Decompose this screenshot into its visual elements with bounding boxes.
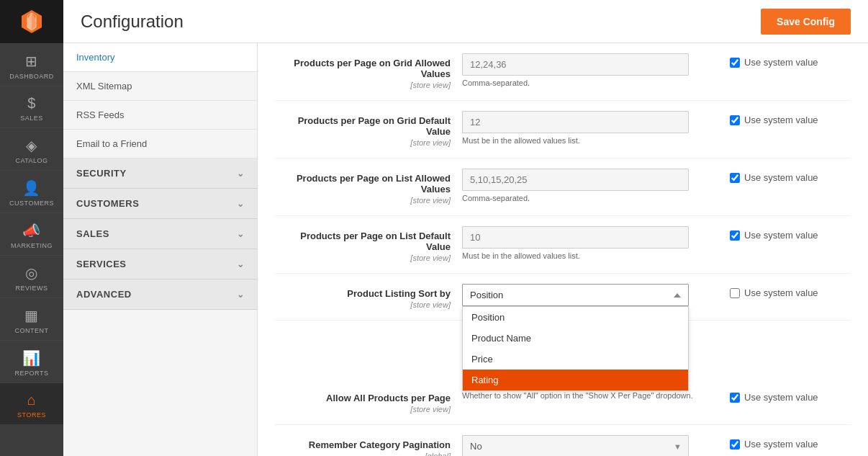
dropdown-option-position[interactable]: Position: [463, 307, 688, 328]
list-default-input[interactable]: [462, 226, 689, 249]
use-system-checkbox[interactable]: [730, 231, 740, 241]
config-use-system: Use system value: [721, 284, 851, 298]
content-icon: ▦: [24, 307, 39, 324]
sidebar-section-advanced[interactable]: ADVANCED ⌄: [63, 280, 257, 310]
sort-by-current-value: Position: [470, 290, 503, 300]
reviews-icon: ◎: [25, 264, 38, 282]
sort-by-dropdown-list: Position Product Name Price Rating: [462, 306, 689, 391]
config-field-list-allowed: Comma-separated.: [462, 169, 721, 202]
use-system-checkbox[interactable]: [730, 58, 740, 68]
sidebar-item-catalog[interactable]: ◈ CATALOG: [0, 128, 63, 170]
sidebar-item-reviews[interactable]: ◎ REVIEWS: [0, 255, 63, 298]
config-use-system: Use system value: [721, 226, 851, 241]
sidebar-item-label: STORES: [17, 411, 46, 419]
config-label: Allow All Products per Page [store view]: [275, 388, 462, 414]
config-form: Products per Page on Grid Allowed Values…: [258, 43, 868, 456]
dropdown-option-price[interactable]: Price: [463, 349, 688, 370]
use-system-label: Use system value: [730, 287, 818, 298]
stores-icon: ⌂: [27, 392, 37, 408]
chevron-down-icon: ⌄: [237, 290, 245, 300]
sidebar-item-label: REPORTS: [15, 370, 49, 377]
page-title: Configuration: [81, 12, 184, 32]
sidebar-menu-xml-sitemap[interactable]: XML Sitemap: [63, 72, 257, 101]
sidebar-section-sales[interactable]: SALES ⌄: [63, 219, 257, 249]
left-navigation: ⊞ DASHBOARD $ SALES ◈ CATALOG 👤 CUSTOMER…: [0, 0, 63, 456]
catalog-icon: ◈: [26, 137, 37, 154]
config-row-list-default: Products per Page on List Default Value …: [275, 216, 851, 274]
config-label: Remember Category Pagination [global]: [275, 435, 462, 456]
config-field-list-default: Must be in the allowed values list.: [462, 226, 721, 260]
use-system-label: Use system value: [730, 172, 818, 183]
hint-text: Must be in the allowed values list.: [462, 136, 721, 145]
config-field-sort-by: Position Position Product Name Price Rat…: [462, 284, 721, 306]
sidebar-item-content[interactable]: ▦ CONTENT: [0, 298, 63, 340]
chevron-down-icon: ⌄: [237, 199, 245, 209]
main-area: Configuration Save Config Inventory XML …: [63, 0, 868, 456]
sort-by-dropdown-trigger[interactable]: Position: [462, 284, 689, 306]
config-label: Product Listing Sort by [store view]: [275, 284, 462, 310]
section-label: SERVICES: [76, 259, 127, 269]
sidebar-section-security[interactable]: SECURITY ⌄: [63, 158, 257, 189]
config-use-system: Use system value: [721, 169, 851, 183]
use-system-checkbox[interactable]: [730, 173, 740, 183]
sidebar-item-label: REVIEWS: [15, 285, 48, 292]
config-row-grid-default: Products per Page on Grid Default Value …: [275, 101, 851, 158]
save-config-button[interactable]: Save Config: [761, 9, 851, 35]
chevron-down-icon: ⌄: [237, 169, 245, 179]
grid-default-input[interactable]: [462, 111, 689, 133]
content-area: Inventory XML Sitemap RSS Feeds Email to…: [63, 43, 868, 456]
sidebar-section-customers[interactable]: CUSTOMERS ⌄: [63, 189, 257, 219]
dropdown-arrow-icon: [674, 293, 681, 298]
section-label: CUSTOMERS: [76, 198, 139, 209]
sidebar-item-label: SALES: [20, 115, 43, 122]
hint-text: Must be in the allowed values list.: [462, 251, 721, 260]
sidebar-item-sales[interactable]: $ SALES: [0, 86, 63, 128]
sidebar-item-reports[interactable]: 📊 REPORTS: [0, 340, 63, 383]
dropdown-option-product-name[interactable]: Product Name: [463, 328, 688, 349]
chevron-down-icon: ⌄: [237, 259, 245, 269]
sidebar-item-stores[interactable]: ⌂ STORES: [0, 383, 63, 424]
use-system-label: Use system value: [730, 439, 818, 450]
use-system-checkbox[interactable]: [730, 439, 740, 450]
config-use-system: Use system value: [721, 111, 851, 125]
config-label: Products per Page on Grid Allowed Values…: [275, 53, 462, 90]
sidebar-item-label: CATALOG: [15, 157, 48, 164]
reports-icon: 📊: [22, 349, 41, 367]
sidebar-menu-inventory[interactable]: Inventory: [63, 43, 257, 72]
dropdown-option-rating[interactable]: Rating: [463, 370, 688, 390]
use-system-checkbox[interactable]: [730, 115, 740, 125]
use-system-checkbox[interactable]: [730, 393, 740, 403]
sidebar-item-marketing[interactable]: 📣 MARKETING: [0, 213, 63, 255]
dashboard-icon: ⊞: [25, 53, 38, 70]
sidebar-menu-rss-feeds[interactable]: RSS Feeds: [63, 101, 257, 130]
config-use-system: Use system value: [721, 388, 851, 403]
page-header: Configuration Save Config: [63, 0, 868, 43]
sidebar-item-label: CUSTOMERS: [9, 200, 54, 207]
section-label: SECURITY: [76, 168, 127, 179]
config-label: Products per Page on List Allowed Values…: [275, 169, 462, 205]
config-row-sort-by: Product Listing Sort by [store view] Pos…: [275, 274, 851, 321]
section-label: ADVANCED: [76, 289, 132, 300]
use-system-label: Use system value: [730, 230, 818, 241]
sidebar-item-customers[interactable]: 👤 CUSTOMERS: [0, 170, 63, 213]
magento-logo-icon: [19, 9, 45, 35]
sidebar-menu-email-friend[interactable]: Email to a Friend: [63, 130, 257, 158]
config-field-remember-pagination: No Yes ▼: [462, 435, 721, 456]
sidebar-item-dashboard[interactable]: ⊞ DASHBOARD: [0, 43, 63, 86]
list-allowed-input[interactable]: [462, 169, 689, 191]
hint-text: Comma-separated.: [462, 79, 721, 87]
sidebar-section-services[interactable]: SERVICES ⌄: [63, 249, 257, 280]
sidebar-item-label: DASHBOARD: [9, 73, 54, 80]
use-system-checkbox[interactable]: [730, 288, 740, 298]
config-label: Products per Page on List Default Value …: [275, 226, 462, 263]
config-row-list-allowed: Products per Page on List Allowed Values…: [275, 158, 851, 216]
customers-icon: 👤: [22, 179, 41, 197]
nav-logo: [0, 0, 63, 43]
config-sidebar: Inventory XML Sitemap RSS Feeds Email to…: [63, 43, 258, 456]
section-label: SALES: [76, 228, 109, 239]
chevron-down-icon: ⌄: [237, 229, 245, 239]
remember-pagination-select[interactable]: No Yes: [462, 435, 689, 456]
sidebar-item-label: MARKETING: [11, 242, 53, 249]
grid-allowed-input[interactable]: [462, 53, 689, 76]
config-use-system: Use system value: [721, 53, 851, 68]
